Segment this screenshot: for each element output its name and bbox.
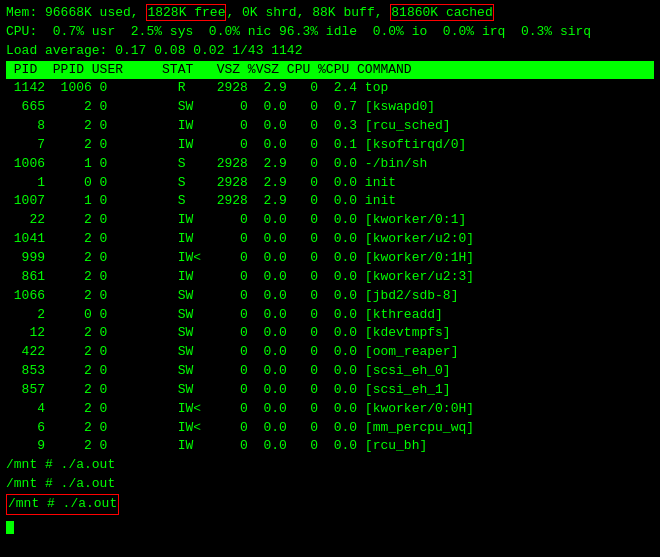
table-row: 6 2 0 IW< 0 0.0 0 0.0 [mm_percpu_wq] xyxy=(6,419,654,438)
active-input-box[interactable]: /mnt # ./a.out xyxy=(6,494,119,515)
cursor xyxy=(6,521,14,534)
table-row: 4 2 0 IW< 0 0.0 0 0.0 [kworker/0:0H] xyxy=(6,400,654,419)
table-row: 853 2 0 SW 0 0.0 0 0.0 [scsi_eh_0] xyxy=(6,362,654,381)
table-row: 1041 2 0 IW 0 0.0 0 0.0 [kworker/u2:0] xyxy=(6,230,654,249)
table-row: 9 2 0 IW 0 0.0 0 0.0 [rcu_bh] xyxy=(6,437,654,456)
table-row: 665 2 0 SW 0 0.0 0 0.7 [kswapd0] xyxy=(6,98,654,117)
mem-free-highlight: 1828K free xyxy=(146,4,226,21)
terminal: Mem: 96668K used, 1828K free, 0K shrd, 8… xyxy=(0,0,660,557)
mem-line: Mem: 96668K used, 1828K free, 0K shrd, 8… xyxy=(6,4,654,23)
cursor-line xyxy=(6,515,654,534)
table-row: 861 2 0 IW 0 0.0 0 0.0 [kworker/u2:3] xyxy=(6,268,654,287)
table-row: 1007 1 0 S 2928 2.9 0 0.0 init xyxy=(6,192,654,211)
load-line: Load average: 0.17 0.08 0.02 1/43 1142 xyxy=(6,42,654,61)
table-row: 1066 2 0 SW 0 0.0 0 0.0 [jbd2/sdb-8] xyxy=(6,287,654,306)
table-row: 422 2 0 SW 0 0.0 0 0.0 [oom_reaper] xyxy=(6,343,654,362)
table-row: 857 2 0 SW 0 0.0 0 0.0 [scsi_eh_1] xyxy=(6,381,654,400)
table-row: 22 2 0 IW 0 0.0 0 0.0 [kworker/0:1] xyxy=(6,211,654,230)
table-row: 1142 1006 0 R 2928 2.9 0 2.4 top xyxy=(6,79,654,98)
table-row: 12 2 0 SW 0 0.0 0 0.0 [kdevtmpfs] xyxy=(6,324,654,343)
mem-prefix: Mem: 96668K used, xyxy=(6,5,146,20)
cpu-line: CPU: 0.7% usr 2.5% sys 0.0% nic 96.3% id… xyxy=(6,23,654,42)
table-row: 7 2 0 IW 0 0.0 0 0.1 [ksoftirqd/0] xyxy=(6,136,654,155)
mem-middle: , 0K shrd, 88K buff, xyxy=(226,5,390,20)
table-header: PID PPID USER STAT VSZ %VSZ CPU %CPU COM… xyxy=(6,61,654,80)
table-row: 1 0 0 S 2928 2.9 0 0.0 init xyxy=(6,174,654,193)
prompt-line-3: /mnt # ./a.out xyxy=(6,494,654,515)
table-row: 999 2 0 IW< 0 0.0 0 0.0 [kworker/0:1H] xyxy=(6,249,654,268)
prompt-line-2: /mnt # ./a.out xyxy=(6,475,654,494)
table-row: 2 0 0 SW 0 0.0 0 0.0 [kthreadd] xyxy=(6,306,654,325)
table-row: 1006 1 0 S 2928 2.9 0 0.0 -/bin/sh xyxy=(6,155,654,174)
mem-cached-highlight: 81860K cached xyxy=(390,4,493,21)
table-row: 8 2 0 IW 0 0.0 0 0.3 [rcu_sched] xyxy=(6,117,654,136)
prompt-line-1: /mnt # ./a.out xyxy=(6,456,654,475)
